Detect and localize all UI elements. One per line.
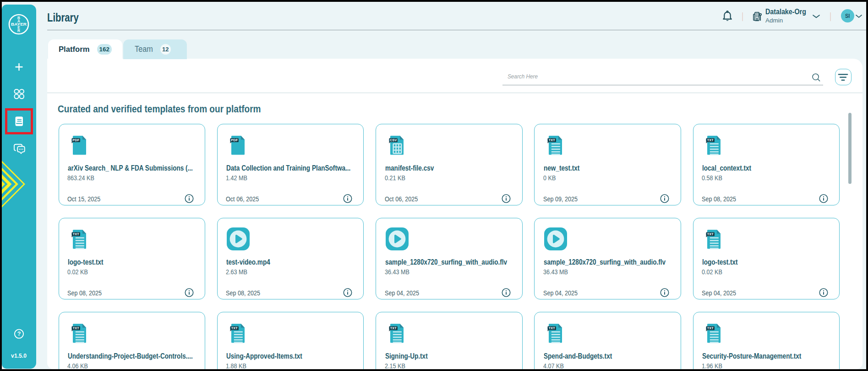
svg-text:A: A [17,19,20,23]
svg-text:R: R [17,29,20,33]
svg-text:?: ? [17,331,21,337]
